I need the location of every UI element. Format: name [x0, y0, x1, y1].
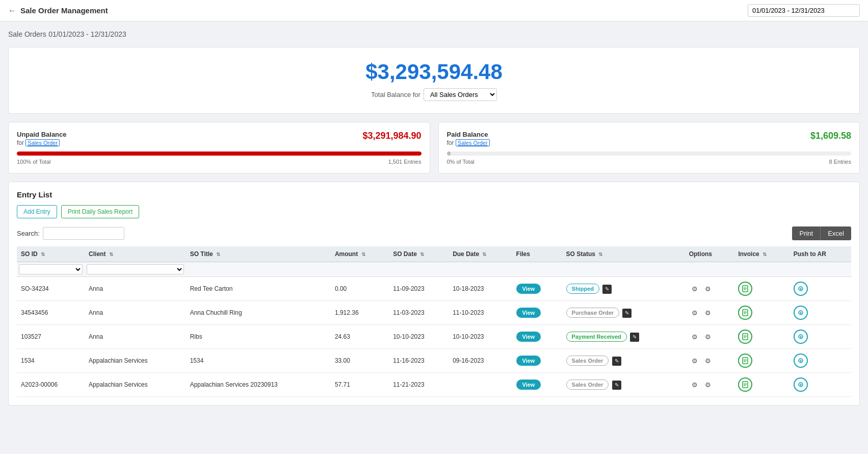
- view-files-button[interactable]: View: [516, 308, 541, 318]
- cell-so-title: 1534: [186, 349, 331, 373]
- search-row: Search:: [17, 227, 124, 240]
- add-entry-button[interactable]: Add Entry: [17, 205, 57, 218]
- options-settings-icon[interactable]: ⚙: [689, 379, 700, 390]
- cell-so-id: 34543456: [17, 301, 85, 325]
- paid-progress-container: [447, 152, 852, 156]
- table-row: A2023-00006 Appalachian Services Appalac…: [17, 373, 851, 397]
- push-to-ar-icon[interactable]: [794, 306, 808, 320]
- print-button[interactable]: Print: [792, 226, 820, 240]
- paid-sales-order-link[interactable]: Sales Order: [456, 139, 490, 146]
- cell-amount: 33.00: [331, 349, 389, 373]
- status-badge: Sales Order: [566, 380, 609, 390]
- options-link-icon[interactable]: ⚙: [702, 283, 714, 294]
- sort-icon-so-status[interactable]: ⇅: [598, 251, 602, 257]
- options-settings-icon[interactable]: ⚙: [689, 283, 700, 294]
- cell-push-to-ar: [790, 325, 851, 349]
- push-to-ar-icon[interactable]: [794, 330, 808, 344]
- main-content: Sale Orders 01/01/2023 - 12/31/2023 $3,2…: [0, 21, 868, 414]
- unpaid-balance-title: Unpaid Balance: [17, 131, 67, 138]
- entry-list-title: Entry List: [17, 190, 851, 199]
- date-range-input[interactable]: [748, 4, 860, 17]
- edit-status-icon[interactable]: ✎: [630, 333, 639, 342]
- edit-status-icon[interactable]: ✎: [612, 357, 621, 366]
- sort-icon-amount[interactable]: ⇅: [361, 251, 365, 257]
- cell-so-status: Sales Order ✎: [562, 373, 685, 397]
- cell-push-to-ar: [790, 373, 851, 397]
- view-files-button[interactable]: View: [516, 380, 541, 390]
- table-wrapper: SO ID ⇅ Client ⇅ SO Title ⇅ Amount ⇅ SO …: [17, 246, 851, 397]
- cell-files: View: [512, 277, 562, 301]
- options-link-icon[interactable]: ⚙: [702, 355, 714, 366]
- invoice-icon[interactable]: [738, 377, 752, 392]
- edit-status-icon[interactable]: ✎: [612, 381, 621, 390]
- view-files-button[interactable]: View: [516, 356, 541, 366]
- view-files-button[interactable]: View: [516, 284, 541, 294]
- push-to-ar-icon[interactable]: [794, 354, 808, 368]
- filter-so-id-select[interactable]: [19, 264, 83, 274]
- filter-due-date: [449, 262, 512, 277]
- sort-icon-so-id[interactable]: ⇅: [41, 251, 45, 257]
- unpaid-balance-footer: 100% of Total 1,501 Entries: [17, 159, 422, 165]
- cell-options: ⚙ ⚙: [685, 325, 734, 349]
- orders-table: SO ID ⇅ Client ⇅ SO Title ⇅ Amount ⇅ SO …: [17, 246, 851, 397]
- print-excel-group: Print Excel: [792, 226, 851, 240]
- cell-so-title: Appalachian Services 20230913: [186, 373, 331, 397]
- cell-client: Anna: [85, 277, 186, 301]
- balance-filter-dropdown[interactable]: All Sales Orders Unpaid Paid: [424, 88, 497, 101]
- invoice-icon[interactable]: [738, 354, 752, 368]
- paid-balance-footer: 0% of Total 8 Entries: [447, 159, 852, 165]
- push-to-ar-icon[interactable]: [794, 377, 808, 392]
- table-filter-row: [17, 262, 851, 277]
- unpaid-sales-order-link[interactable]: Sales Order: [25, 139, 60, 146]
- cell-so-date: 10-10-2023: [389, 325, 449, 349]
- filter-options: [685, 262, 734, 277]
- sort-icon-so-title[interactable]: ⇅: [216, 251, 220, 257]
- col-so-title: SO Title ⇅: [186, 246, 331, 262]
- options-settings-icon[interactable]: ⚙: [689, 355, 700, 366]
- search-input[interactable]: [43, 227, 124, 240]
- col-invoice: Invoice ⇅: [734, 246, 789, 262]
- sort-icon-so-date[interactable]: ⇅: [420, 251, 424, 257]
- edit-status-icon[interactable]: ✎: [602, 285, 612, 294]
- filter-so-date: [389, 262, 449, 277]
- back-arrow-icon[interactable]: ←: [8, 6, 16, 15]
- filter-so-status: [562, 262, 685, 277]
- invoice-icon[interactable]: [738, 330, 752, 344]
- invoice-icon[interactable]: [738, 282, 752, 296]
- cell-files: View: [512, 301, 562, 325]
- col-push-to-ar: Push to AR: [790, 246, 851, 262]
- print-daily-sales-report-button[interactable]: Print Daily Sales Report: [61, 205, 139, 218]
- push-to-ar-icon[interactable]: [794, 282, 808, 296]
- cell-files: View: [512, 373, 562, 397]
- filter-so-id: [17, 262, 85, 277]
- view-files-button[interactable]: View: [516, 332, 541, 342]
- sort-icon-due-date[interactable]: ⇅: [482, 251, 486, 257]
- cell-invoice: [734, 373, 789, 397]
- unpaid-progress-container: [17, 152, 422, 156]
- cell-invoice: [734, 325, 789, 349]
- paid-balance-title: Paid Balance: [447, 131, 490, 138]
- options-settings-icon[interactable]: ⚙: [689, 307, 700, 318]
- status-badge: Shipped: [566, 284, 599, 294]
- cell-options: ⚙ ⚙: [685, 373, 734, 397]
- invoice-icon[interactable]: [738, 306, 752, 320]
- cell-due-date: [449, 373, 512, 397]
- options-settings-icon[interactable]: ⚙: [689, 331, 700, 342]
- sort-icon-invoice[interactable]: ⇅: [762, 251, 767, 257]
- edit-status-icon[interactable]: ✎: [622, 309, 632, 318]
- excel-button[interactable]: Excel: [820, 226, 851, 240]
- options-link-icon[interactable]: ⚙: [702, 331, 714, 342]
- balance-card: $3,293,594.48 Total Balance for All Sale…: [8, 47, 860, 114]
- options-link-icon[interactable]: ⚙: [702, 379, 714, 390]
- cell-amount: 0.00: [331, 277, 389, 301]
- sort-icon-client[interactable]: ⇅: [109, 251, 113, 257]
- cell-options: ⚙ ⚙: [685, 277, 734, 301]
- options-link-icon[interactable]: ⚙: [702, 307, 714, 318]
- cell-due-date: 10-10-2023: [449, 325, 512, 349]
- filter-amount: [331, 262, 389, 277]
- filter-client-select[interactable]: [87, 264, 184, 274]
- cell-so-date: 11-21-2023: [389, 373, 449, 397]
- cell-options: ⚙ ⚙: [685, 301, 734, 325]
- status-badge: Payment Received: [566, 332, 627, 342]
- entry-list-buttons: Add Entry Print Daily Sales Report: [17, 205, 851, 218]
